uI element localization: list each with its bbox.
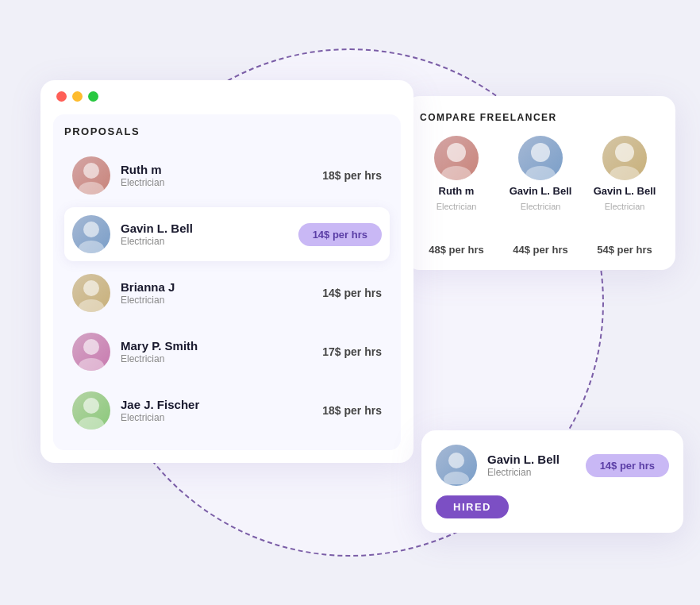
proposal-role-jae: Electrician bbox=[121, 412, 312, 423]
proposal-item-gavin[interactable]: Gavin L. Bell Electrician 14$ per hrs bbox=[64, 207, 390, 261]
avatar-svg-brianna bbox=[72, 274, 110, 312]
svg-point-14 bbox=[525, 166, 556, 180]
svg-point-10 bbox=[79, 417, 104, 430]
svg-point-6 bbox=[79, 299, 104, 312]
compare-role-ruth: Electrician bbox=[437, 202, 477, 211]
compare-col-ruth: Ruth m Electrician 48$ per hrs bbox=[420, 136, 493, 256]
compare-rate-ruth: 48$ per hrs bbox=[429, 244, 483, 256]
compare-window: COMPARE FREELANCER Ruth m Electrician 48… bbox=[406, 96, 675, 270]
proposal-item-ruth[interactable]: Ruth m Electrician 18$ per hrs bbox=[64, 148, 390, 202]
compare-role-gavin1: Electrician bbox=[521, 202, 561, 211]
proposal-name-gavin: Gavin L. Bell bbox=[121, 222, 288, 235]
avatar-hired bbox=[436, 445, 477, 486]
compare-avatar-gavin1 bbox=[518, 136, 563, 180]
avatar-svg-mary bbox=[72, 333, 110, 371]
compare-avatar-svg-ruth bbox=[434, 136, 479, 180]
hired-info: Gavin L. Bell Electrician bbox=[487, 453, 575, 478]
svg-point-16 bbox=[610, 166, 640, 180]
compare-avatar-ruth bbox=[434, 136, 479, 180]
avatar-jae bbox=[72, 391, 110, 430]
hired-name: Gavin L. Bell bbox=[487, 453, 575, 466]
compare-col-gavin2: Gavin L. Bell Electrician 54$ per hrs bbox=[588, 136, 661, 256]
svg-point-7 bbox=[83, 339, 99, 355]
proposals-title: PROPOSALS bbox=[64, 125, 390, 137]
proposal-rate-ruth: 18$ per hrs bbox=[322, 169, 382, 182]
avatar-gavin bbox=[72, 215, 110, 253]
compare-avatar-gavin2 bbox=[602, 136, 647, 180]
compare-col-gavin1: Gavin L. Bell Electrician 44$ per hrs bbox=[504, 136, 577, 256]
svg-point-18 bbox=[444, 472, 469, 484]
dot-red[interactable] bbox=[56, 91, 67, 102]
proposal-rate-brianna: 14$ per hrs bbox=[322, 287, 382, 299]
proposal-item-jae[interactable]: Jae J. Fischer Electrician 18$ per hrs bbox=[64, 383, 390, 437]
proposal-name-ruth: Ruth m bbox=[121, 163, 312, 176]
compare-name-gavin1: Gavin L. Bell bbox=[510, 185, 572, 197]
hired-card: Gavin L. Bell Electrician 14$ per hrs HI… bbox=[421, 430, 683, 533]
svg-point-15 bbox=[615, 143, 634, 162]
svg-point-11 bbox=[447, 143, 466, 162]
proposal-name-brianna: Brianna J bbox=[121, 280, 312, 294]
proposal-item-mary[interactable]: Mary P. Smith Electrician 17$ per hrs bbox=[64, 325, 390, 379]
hired-top: Gavin L. Bell Electrician 14$ per hrs bbox=[436, 445, 669, 486]
hired-badge[interactable]: HIRED bbox=[436, 495, 509, 518]
proposal-item-brianna[interactable]: Brianna J Electrician 14$ per hrs bbox=[64, 266, 390, 320]
avatar-svg-ruth bbox=[72, 156, 110, 195]
rate-badge-gavin: 14$ per hrs bbox=[298, 223, 382, 246]
proposal-role-brianna: Electrician bbox=[121, 295, 312, 306]
compare-avatar-svg-gavin2 bbox=[602, 136, 647, 180]
compare-role-gavin2: Electrician bbox=[605, 202, 645, 211]
compare-rate-gavin1: 44$ per hrs bbox=[513, 244, 567, 256]
proposal-info-ruth: Ruth m Electrician bbox=[121, 163, 312, 188]
proposals-window: PROPOSALS Ruth m Electrician 18$ per hrs bbox=[40, 80, 413, 463]
compare-title: COMPARE FREELANCER bbox=[420, 112, 661, 123]
window-header bbox=[40, 80, 413, 106]
avatar-mary bbox=[72, 333, 110, 371]
svg-point-17 bbox=[448, 453, 464, 468]
proposal-rate-jae: 18$ per hrs bbox=[322, 404, 382, 417]
proposal-role-ruth: Electrician bbox=[121, 177, 312, 188]
proposal-info-mary: Mary P. Smith Electrician bbox=[121, 339, 312, 364]
proposal-name-jae: Jae J. Fischer bbox=[121, 398, 312, 411]
svg-point-12 bbox=[441, 166, 471, 180]
compare-grid: Ruth m Electrician 48$ per hrs Gavin L. … bbox=[420, 136, 661, 256]
svg-point-1 bbox=[83, 163, 99, 179]
avatar-svg-jae bbox=[72, 391, 110, 430]
hired-role: Electrician bbox=[487, 467, 575, 478]
avatar-ruth bbox=[72, 156, 110, 195]
svg-point-4 bbox=[79, 241, 104, 253]
dot-yellow[interactable] bbox=[72, 91, 83, 102]
svg-point-8 bbox=[79, 358, 104, 371]
proposal-info-jae: Jae J. Fischer Electrician bbox=[121, 398, 312, 423]
svg-point-2 bbox=[79, 182, 104, 195]
avatar-brianna bbox=[72, 274, 110, 312]
svg-point-13 bbox=[531, 143, 550, 162]
proposals-panel: PROPOSALS Ruth m Electrician 18$ per hrs bbox=[53, 114, 401, 450]
proposal-info-brianna: Brianna J Electrician bbox=[121, 280, 312, 306]
hired-rate-badge: 14$ per hrs bbox=[586, 454, 669, 477]
proposal-name-mary: Mary P. Smith bbox=[121, 339, 312, 353]
svg-point-3 bbox=[83, 222, 99, 237]
compare-name-ruth: Ruth m bbox=[439, 185, 475, 197]
dot-green[interactable] bbox=[88, 91, 98, 102]
compare-name-gavin2: Gavin L. Bell bbox=[594, 185, 656, 197]
svg-point-5 bbox=[83, 280, 99, 296]
hired-avatar-svg bbox=[437, 446, 475, 484]
compare-rate-gavin2: 54$ per hrs bbox=[597, 244, 652, 256]
proposal-info-gavin: Gavin L. Bell Electrician bbox=[121, 222, 288, 247]
svg-point-9 bbox=[83, 398, 99, 414]
scene: PROPOSALS Ruth m Electrician 18$ per hrs bbox=[9, 17, 691, 588]
proposal-rate-mary: 17$ per hrs bbox=[322, 345, 382, 358]
avatar-svg-gavin bbox=[72, 215, 110, 253]
compare-avatar-svg-gavin1 bbox=[518, 136, 563, 180]
proposal-role-gavin: Electrician bbox=[121, 236, 288, 247]
proposal-role-mary: Electrician bbox=[121, 353, 312, 364]
